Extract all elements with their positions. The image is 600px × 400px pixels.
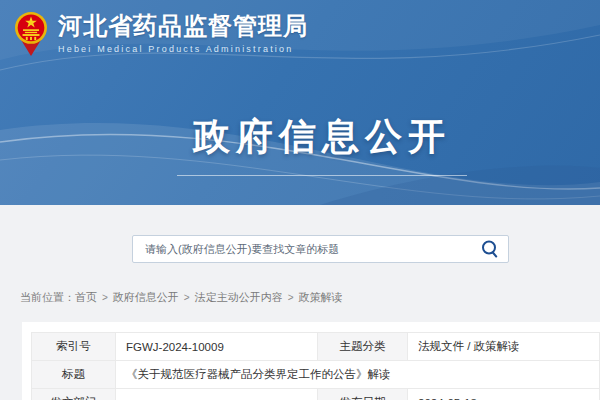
breadcrumb-gov-info[interactable]: 政府信息公开 — [113, 291, 179, 303]
breadcrumb-statutory-disclosure[interactable]: 法定主动公开内容 — [195, 291, 283, 303]
breadcrumb-label: 当前位置： — [20, 291, 75, 303]
table-row: 发文部门 发布日期 2024-05-13 — [32, 389, 600, 400]
breadcrumb-home[interactable]: 首页 — [75, 291, 97, 303]
document-info-table: 索引号 FGWJ-2024-10009 主题分类 法规文件 / 政策解读 标题 … — [31, 332, 600, 400]
search-input[interactable] — [132, 235, 509, 263]
search-button[interactable] — [480, 239, 502, 259]
title-underline — [177, 175, 467, 176]
field-value-date: 2024-05-13 — [408, 389, 600, 400]
field-label-index: 索引号 — [32, 333, 116, 361]
field-value-category: 法规文件 / 政策解读 — [408, 333, 600, 361]
field-label-date: 发布日期 — [318, 389, 408, 400]
field-value-department — [116, 389, 318, 400]
field-value-index: FGWJ-2024-10009 — [116, 333, 318, 361]
breadcrumb-policy-interpretation[interactable]: 政策解读 — [299, 291, 343, 303]
main-content: 当前位置：首页>政府信息公开>法定主动公开内容>政策解读 索引号 FGWJ-20… — [0, 205, 600, 400]
magnifier-icon — [480, 239, 502, 259]
national-emblem-icon — [14, 10, 48, 57]
field-value-title: 《关于规范医疗器械产品分类界定工作的公告》解读 — [116, 361, 600, 389]
field-label-title: 标题 — [32, 361, 116, 389]
search-box — [132, 205, 509, 263]
table-row: 标题 《关于规范医疗器械产品分类界定工作的公告》解读 — [32, 361, 600, 389]
table-row: 索引号 FGWJ-2024-10009 主题分类 法规文件 / 政策解读 — [32, 333, 600, 361]
site-logo-link[interactable]: 河北省药品监督管理局 Hebei Medical Products Admini… — [14, 10, 308, 57]
page-title: 政府信息公开 — [22, 112, 600, 162]
header-banner: 河北省药品监督管理局 Hebei Medical Products Admini… — [0, 0, 600, 205]
field-label-category: 主题分类 — [318, 333, 408, 361]
breadcrumb: 当前位置：首页>政府信息公开>法定主动公开内容>政策解读 — [20, 290, 600, 305]
site-title: 河北省药品监督管理局 — [58, 13, 308, 39]
field-label-department: 发文部门 — [32, 389, 116, 400]
document-info-card: 索引号 FGWJ-2024-10009 主题分类 法规文件 / 政策解读 标题 … — [22, 322, 600, 400]
site-title-english: Hebei Medical Products Administration — [58, 44, 308, 54]
